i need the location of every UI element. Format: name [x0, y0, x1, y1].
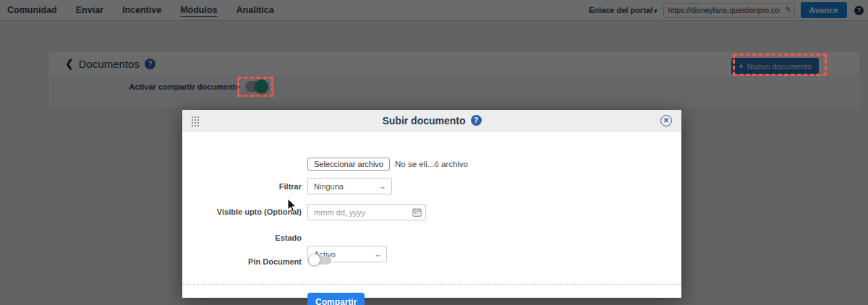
- estado-label: Estado: [182, 233, 302, 242]
- modal-help-icon[interactable]: ?: [471, 115, 482, 126]
- page: Comunidad Enviar Incentive Módulos Analí…: [0, 0, 868, 305]
- chevron-down-icon: ⌄: [373, 250, 382, 258]
- calendar-icon[interactable]: [412, 207, 422, 217]
- upload-document-modal: Subir documento ? ✕ Seleccionar archivo …: [182, 110, 681, 298]
- close-icon[interactable]: ✕: [660, 115, 672, 126]
- visible-upto-label: Visible upto (Optional): [182, 207, 302, 216]
- toggle-knob: [308, 254, 320, 266]
- share-submit-button[interactable]: Compartir: [307, 293, 365, 305]
- modal-body: Seleccionar archivo No se eli...ó archiv…: [182, 132, 681, 298]
- pin-document-toggle[interactable]: [310, 256, 331, 265]
- chevron-down-icon: ⌄: [378, 182, 387, 190]
- filter-label: Filtrar: [182, 182, 302, 191]
- visible-upto-date-input[interactable]: [307, 204, 426, 220]
- footer-divider: [182, 284, 681, 285]
- filter-select[interactable]: Ninguna ⌄: [307, 178, 392, 194]
- filter-selected-value: Ninguna: [314, 182, 344, 191]
- choose-file-button[interactable]: Seleccionar archivo: [307, 158, 390, 171]
- pin-document-label: Pin Document: [182, 257, 302, 266]
- file-status-text: No se eli...ó archivo: [395, 160, 468, 168]
- drag-handle-icon[interactable]: [191, 116, 199, 126]
- file-upload-row: Seleccionar archivo No se eli...ó archiv…: [307, 158, 468, 171]
- modal-title: Subir documento: [382, 115, 465, 126]
- modal-header: Subir documento ? ✕: [182, 110, 681, 132]
